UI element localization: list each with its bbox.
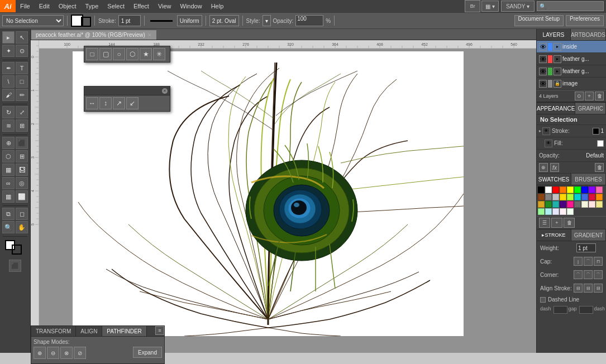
layer-expand-feather1[interactable]: ▸: [553, 55, 561, 63]
swatch-green[interactable]: [574, 186, 581, 193]
layer-expand-inside[interactable]: ▸: [553, 43, 561, 51]
type-tool[interactable]: T: [16, 62, 28, 74]
transform-rotate-btn[interactable]: ↗: [113, 97, 125, 109]
dashed-line-checkbox[interactable]: [540, 297, 546, 303]
transform-scale-btn[interactable]: ↙: [126, 97, 139, 109]
gap-input-1[interactable]: [579, 306, 593, 314]
stroke-tool-swatch[interactable]: [12, 245, 22, 255]
swatch-silver[interactable]: [552, 194, 559, 200]
swatches-tab[interactable]: SWATCHES: [537, 174, 571, 185]
swatch-libraries-btn[interactable]: ☰: [539, 218, 550, 228]
shape-tool[interactable]: □: [16, 75, 28, 88]
swatch-red[interactable]: [552, 186, 559, 193]
layer-visibility-feather2[interactable]: 👁: [539, 68, 547, 75]
shape-builder-tool[interactable]: ⊕: [2, 137, 15, 149]
swatch-pale-green[interactable]: [538, 208, 545, 215]
user-button[interactable]: SANDY ▾: [501, 1, 535, 12]
ellipse-shape-btn[interactable]: ○: [113, 48, 125, 60]
cap-square-btn[interactable]: ⊓: [594, 257, 603, 266]
pencil-tool[interactable]: ✏: [16, 89, 28, 101]
document-tab[interactable]: peacock feather.ai* @ 100% (RGB/Preview)…: [31, 30, 157, 40]
menu-effect[interactable]: Effect: [129, 0, 154, 12]
weight-input[interactable]: [576, 243, 596, 252]
swatch-light-sea-green[interactable]: [552, 201, 559, 208]
artboards-tab[interactable]: ARTBOARDS: [571, 29, 606, 40]
layer-item-feather1[interactable]: 👁 ▸ feather g...: [537, 53, 606, 65]
layer-item-inside[interactable]: 👁 ▸ inside: [537, 41, 606, 53]
rotate-tool[interactable]: ↻: [2, 106, 15, 118]
swatch-black[interactable]: [538, 186, 545, 193]
menu-view[interactable]: View: [154, 0, 176, 12]
magic-wand-tool[interactable]: ✦: [2, 45, 15, 57]
canvas-area[interactable]: 100 144 188 232 276 320 364 408 452 496 …: [39, 40, 536, 353]
preferences-button[interactable]: Preferences: [566, 15, 604, 26]
search-input[interactable]: [537, 1, 604, 11]
cap-butt-btn[interactable]: |: [574, 257, 583, 266]
make-clipping-btn[interactable]: ⊙: [575, 92, 584, 100]
pen-tool[interactable]: ✒: [2, 62, 15, 74]
swatch-gold[interactable]: [560, 194, 566, 200]
paintbrush-tool[interactable]: 🖌: [2, 89, 15, 101]
swatch-misty-rose[interactable]: [589, 201, 595, 208]
opacity-input[interactable]: 100: [295, 15, 323, 26]
layer-expand-feather2[interactable]: ▸: [553, 68, 561, 75]
fx-button[interactable]: fx: [550, 163, 559, 172]
swatch-dark-orange[interactable]: [596, 194, 603, 200]
selection-tool[interactable]: ▸: [2, 31, 15, 44]
swatch-indigo[interactable]: [560, 201, 566, 208]
swatch-teal[interactable]: [574, 194, 581, 200]
layer-item-feather2[interactable]: 👁 ▸ feather g...: [537, 65, 606, 78]
layer-visibility-image[interactable]: 👁: [539, 80, 547, 88]
menu-edit[interactable]: Edit: [35, 0, 54, 12]
screen-mode-normal[interactable]: ⬛: [9, 260, 21, 272]
delete-appearance-btn[interactable]: 🗑: [595, 163, 604, 172]
direct-selection-tool[interactable]: ↖: [16, 31, 28, 44]
star-shape-btn[interactable]: ★: [140, 48, 152, 60]
rectangle-shape-btn[interactable]: □: [86, 48, 98, 60]
swatch-lavender[interactable]: [552, 208, 559, 215]
swatch-lavender-blush[interactable]: [560, 208, 566, 215]
hand-tool[interactable]: ✋: [16, 221, 28, 233]
corner-round-btn[interactable]: ⌒: [584, 270, 593, 279]
new-appearance-btn[interactable]: ⊕: [539, 163, 548, 172]
brushes-tab[interactable]: BRUSHES: [571, 174, 606, 185]
column-graph-tool[interactable]: ▦: [2, 190, 15, 203]
swatch-khaki[interactable]: [596, 201, 603, 208]
bridge-button[interactable]: Br: [465, 0, 480, 12]
slice-tool[interactable]: ⧉: [2, 208, 15, 220]
swatch-beige[interactable]: [581, 201, 588, 208]
eyedropper-tool[interactable]: ⛾: [16, 164, 28, 176]
swatch-white[interactable]: [545, 186, 552, 193]
swatch-honeydew[interactable]: [567, 208, 574, 215]
corner-miter-btn[interactable]: ⌒: [574, 270, 583, 279]
swatch-pink[interactable]: [596, 186, 603, 193]
dash-input-1[interactable]: [553, 306, 567, 314]
menu-help[interactable]: Help: [207, 0, 228, 12]
layers-tab[interactable]: LAYERS: [537, 29, 571, 40]
stroke-input[interactable]: 1 pt: [118, 15, 141, 26]
swatch-royal-blue[interactable]: [581, 194, 588, 200]
eraser-tool[interactable]: ◻: [16, 208, 28, 220]
swatch-goldenrod[interactable]: [538, 201, 545, 208]
stroke-tab[interactable]: ▸ STROKE: [537, 229, 571, 241]
pathfinder-pf-tab[interactable]: PATHFINDER: [102, 326, 146, 336]
menu-window[interactable]: Window: [176, 0, 207, 12]
swatch-crimson[interactable]: [589, 194, 595, 200]
expand-button[interactable]: Expand: [133, 347, 162, 358]
gradient-tab[interactable]: GRADIENT: [571, 229, 606, 241]
swatch-brown[interactable]: [538, 194, 545, 200]
brush-dropdown[interactable]: 2 pt. Oval: [209, 15, 239, 26]
blend-tool[interactable]: ∞: [2, 177, 15, 189]
new-layer-btn[interactable]: +: [585, 92, 594, 100]
flare-shape-btn[interactable]: ✳: [153, 48, 165, 60]
transform-reflect-btn[interactable]: ↕: [99, 97, 112, 109]
new-swatch-btn[interactable]: +: [551, 218, 562, 228]
stroke-color-swatch[interactable]: [593, 128, 599, 135]
line-tool[interactable]: \: [2, 75, 15, 88]
polygon-shape-btn[interactable]: ⬡: [126, 48, 139, 60]
layer-expand-image[interactable]: 🔒: [553, 80, 561, 88]
rounded-rect-shape-btn[interactable]: ▢: [99, 48, 112, 60]
transform-move-btn[interactable]: ↔: [86, 97, 98, 109]
delete-layer-btn[interactable]: 🗑: [595, 92, 604, 100]
swatch-blue[interactable]: [581, 186, 588, 193]
